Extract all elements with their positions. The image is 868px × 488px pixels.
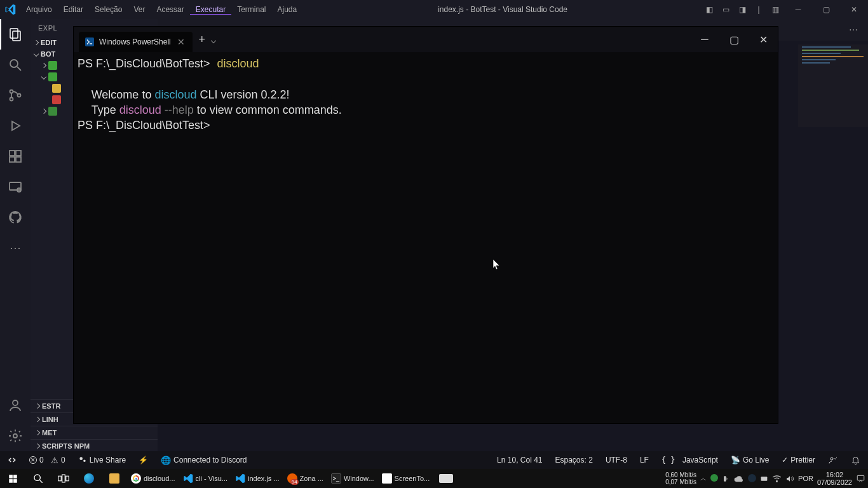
minimap[interactable] <box>798 44 868 127</box>
remote-icon[interactable] <box>0 172 31 202</box>
tray-volume-icon[interactable] <box>785 475 794 483</box>
editors-label: EDIT <box>41 39 57 46</box>
menu-ver[interactable]: Ver <box>128 5 151 14</box>
out: discloud <box>154 88 196 101</box>
gear-icon[interactable] <box>0 421 31 451</box>
out: Type <box>92 104 119 116</box>
tray-expand-icon[interactable]: ︿ <box>700 474 707 483</box>
svg-point-18 <box>831 458 833 460</box>
powershell-window: Windows PowerShell ✕ + ─ ▢ ✕ PS F:\_DisC… <box>74 27 778 423</box>
notifications-icon[interactable] <box>856 474 865 483</box>
svg-rect-10 <box>10 157 15 162</box>
tray-icon[interactable] <box>722 475 730 483</box>
bolt[interactable]: ⚡ <box>136 456 151 464</box>
tray-wifi-icon[interactable] <box>772 475 782 482</box>
terminal-title-bar[interactable]: Windows PowerShell ✕ + ─ ▢ ✕ <box>74 27 778 52</box>
eol[interactable]: LF <box>637 456 651 464</box>
menu-selecao[interactable]: Seleção <box>89 5 128 14</box>
tray-icon[interactable] <box>760 475 768 483</box>
tray-lang[interactable]: POR <box>798 475 813 482</box>
svg-rect-27 <box>62 475 65 482</box>
svg-rect-26 <box>58 476 62 481</box>
feedback-icon[interactable] <box>825 455 841 465</box>
svg-point-5 <box>10 98 13 101</box>
npm-scripts-section[interactable]: SCRIPTS NPM <box>31 439 158 452</box>
menu-acessar[interactable]: Acessar <box>151 5 189 14</box>
spaces[interactable]: Espaços: 2 <box>553 456 595 464</box>
tray-onedrive-icon[interactable] <box>734 475 744 482</box>
new-tab-button[interactable]: + <box>193 33 212 46</box>
more-icon[interactable]: ⋯ <box>0 233 31 263</box>
svg-line-3 <box>17 67 21 71</box>
edge-button[interactable] <box>76 469 102 488</box>
taskview-button[interactable] <box>51 469 76 488</box>
time: 16:02 <box>817 471 852 478</box>
git-icon[interactable] <box>0 80 31 111</box>
taskbar-app-chrome[interactable]: discloud... <box>127 469 179 488</box>
vscode-logo-icon <box>0 4 20 15</box>
terminal-max-button[interactable]: ▢ <box>719 27 749 52</box>
menu-arquivo[interactable]: Arquivo <box>20 5 58 14</box>
svg-rect-32 <box>857 475 864 480</box>
layout-grid-icon[interactable]: ▥ <box>769 5 782 14</box>
search-icon[interactable] <box>0 50 31 80</box>
prompt: PS F:\_DisCloud\BotTest> <box>78 57 210 70</box>
svg-rect-0 <box>10 29 18 38</box>
tab-close-icon[interactable]: ✕ <box>176 37 186 47</box>
vscode-title-bar: Arquivo Editar Seleção Ver Acessar Execu… <box>0 0 868 19</box>
debug-icon[interactable] <box>0 111 31 141</box>
vscode-min-button[interactable]: ─ <box>784 0 812 19</box>
tray-steam-icon[interactable] <box>748 474 756 484</box>
lang-label: JavaScript <box>682 456 718 464</box>
taskbar-app-screentogif[interactable]: ScreenTo... <box>378 469 434 488</box>
vscode-close-button[interactable]: ✕ <box>840 0 868 19</box>
taskbar-app-vscode[interactable]: index.js ... <box>231 469 283 488</box>
explorer-icon[interactable] <box>0 19 31 50</box>
tray-icon[interactable] <box>710 474 718 483</box>
github-icon[interactable] <box>0 202 31 233</box>
net-up: 0,07 Mbit/s <box>665 478 696 485</box>
menu-ajuda[interactable]: Ajuda <box>272 5 303 14</box>
prettier[interactable]: ✓ Prettier <box>779 456 818 464</box>
layout-icon[interactable]: ▭ <box>719 5 732 14</box>
menu-terminal[interactable]: Terminal <box>231 5 271 14</box>
start-button[interactable] <box>0 469 25 488</box>
terminal-tab[interactable]: Windows PowerShell ✕ <box>79 32 193 52</box>
net-speed[interactable]: 0,60 Mbit/s 0,07 Mbit/s <box>665 471 696 485</box>
taskbar-app-terminal[interactable]: >_Window... <box>327 469 378 488</box>
discord-status[interactable]: 🌐Connected to Discord <box>158 456 249 465</box>
svg-marker-7 <box>12 121 20 130</box>
search-button[interactable] <box>25 469 51 488</box>
more-icon[interactable]: ⋯ <box>844 25 863 35</box>
errors[interactable]: ✕0 ⚠0 <box>27 456 68 465</box>
account-icon[interactable] <box>0 390 31 421</box>
layout-icon[interactable]: ◨ <box>736 5 749 14</box>
bell-icon[interactable] <box>848 456 863 465</box>
svg-point-4 <box>10 90 13 93</box>
metrics-section[interactable]: MET <box>31 426 158 439</box>
systray: 0,60 Mbit/s 0,07 Mbit/s ︿ POR 16:02 07/0… <box>665 471 868 486</box>
language[interactable]: { } JavaScript <box>659 456 721 464</box>
terminal-body[interactable]: PS F:\_DisCloud\BotTest> discloud Welcom… <box>74 52 778 137</box>
encoding[interactable]: UTF-8 <box>603 456 630 464</box>
taskbar-app-brave[interactable]: 94Zona ... <box>283 469 327 488</box>
svg-point-17 <box>83 459 86 462</box>
vscode-max-button[interactable]: ▢ <box>812 0 840 19</box>
menu-executar[interactable]: Executar <box>190 5 231 15</box>
out: to view common commands. <box>194 104 342 116</box>
tab-dropdown-icon[interactable] <box>212 34 222 45</box>
menu-editar[interactable]: Editar <box>58 5 89 14</box>
clock[interactable]: 16:02 07/09/2022 <box>817 471 852 486</box>
extensions-icon[interactable] <box>0 141 31 172</box>
taskbar-app-vscode[interactable]: cli - Visu... <box>179 469 232 488</box>
section-label: LINH <box>42 416 58 423</box>
liveshare[interactable]: Live Share <box>76 456 128 464</box>
explorer-button[interactable] <box>102 469 127 488</box>
cursor-pos[interactable]: Ln 10, Col 41 <box>494 456 545 464</box>
terminal-min-button[interactable]: ─ <box>690 27 719 52</box>
taskbar-keyboard[interactable] <box>433 469 459 488</box>
golive[interactable]: 📡Go Live <box>728 456 771 464</box>
terminal-close-button[interactable]: ✕ <box>749 27 778 52</box>
layout-icon[interactable]: ◧ <box>703 5 715 14</box>
remote-toggle[interactable] <box>5 456 19 464</box>
